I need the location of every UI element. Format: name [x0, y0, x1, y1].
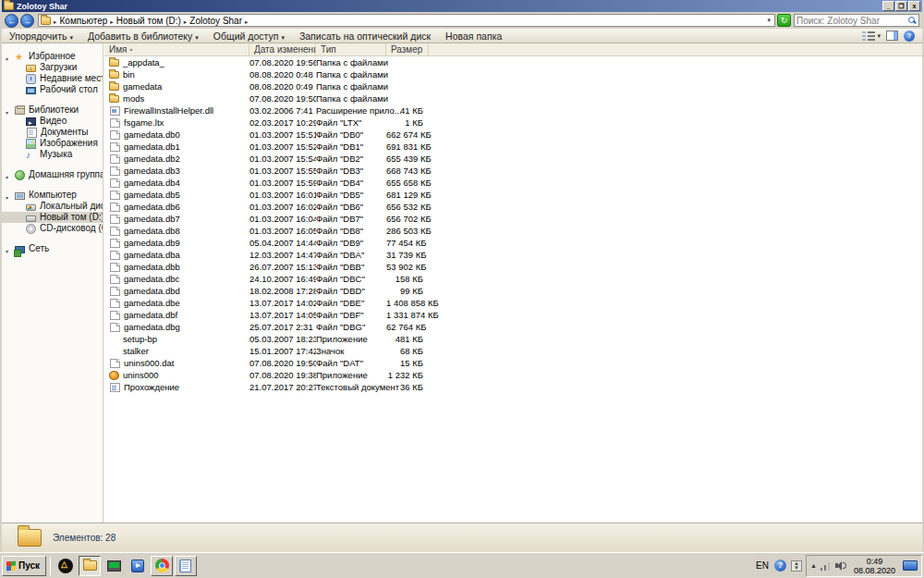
change-view-button[interactable]: ▾	[862, 31, 881, 41]
toolbar-item[interactable]: Упорядочить▾	[9, 31, 73, 42]
aimp-taskbar-button[interactable]	[55, 556, 77, 576]
file-row[interactable]: gamedata.db601.03.2007 16:02Файл "DB6"65…	[104, 201, 922, 213]
file-row[interactable]: stalker15.01.2007 17:42Значок68 КБ	[104, 345, 922, 357]
breadcrumb-arrow-icon[interactable]: ▸	[54, 18, 57, 25]
column-header[interactable]: Дата изменения	[249, 43, 316, 55]
view-dropdown-icon: ▾	[877, 32, 881, 40]
display-tray-icon[interactable]	[903, 560, 918, 571]
breadcrumb-arrow-icon[interactable]: ▸	[245, 18, 249, 25]
file-row[interactable]: gamedata.dbf13.07.2017 14:05Файл "DBF"1 …	[104, 309, 922, 321]
sidebar-item[interactable]: ▾Компьютер	[2, 190, 103, 201]
refresh-button[interactable]: ↻	[777, 14, 791, 27]
sidebar-item[interactable]: Видео	[2, 116, 103, 127]
column-header[interactable]: Размер	[386, 43, 429, 55]
sidebar-item[interactable]: ▾Сеть	[2, 243, 103, 254]
file-row[interactable]: unins00007.08.2020 19:38Приложение1 232 …	[104, 369, 922, 381]
breadcrumb-item[interactable]: Zolotoy Shar	[189, 16, 242, 26]
file-row[interactable]: gamedata08.08.2020 0:49Папка с файлами	[104, 80, 922, 92]
back-button[interactable]: ←	[5, 14, 18, 28]
column-header[interactable]: Имя▴	[104, 43, 249, 55]
notepad-taskbar-button[interactable]	[175, 556, 197, 576]
file-row[interactable]: gamedata.db905.04.2007 14:44Файл "DB9"77…	[104, 237, 922, 249]
file-row[interactable]: unins000.dat07.08.2020 19:50Файл "DAT"15…	[104, 357, 922, 369]
sidebar-item[interactable]: Новый том (D:)	[2, 212, 103, 223]
toolbar-item[interactable]: Добавить в библиотеку▾	[88, 31, 199, 42]
language-bar-options-icon[interactable]: ▲▼	[791, 560, 802, 572]
minimize-button[interactable]: _	[882, 1, 894, 11]
file-row[interactable]: Прохождение21.07.2017 20:27Текстовый док…	[104, 381, 922, 393]
address-bar[interactable]: ▸Компьютер▸Новый том (D:)▸Zolotoy Shar▸ …	[38, 14, 775, 27]
file-type: Файл "DB2"	[316, 153, 386, 165]
volume-icon[interactable]	[835, 560, 846, 571]
file-row[interactable]: gamedata.db701.03.2007 16:04Файл "DB7"65…	[104, 213, 922, 225]
help-tray-icon[interactable]: ?	[774, 560, 786, 572]
file-rows: _appdata_07.08.2020 19:56Папка с файлами…	[104, 56, 922, 393]
notepad-icon	[180, 560, 191, 572]
column-header-filler	[429, 43, 922, 55]
file-date: 05.04.2007 14:44	[249, 237, 316, 249]
chrome-taskbar-button[interactable]	[151, 556, 173, 576]
sidebar-item[interactable]: Недавние места	[2, 73, 103, 84]
breadcrumb-arrow-icon[interactable]: ▸	[110, 18, 114, 25]
file-row[interactable]: gamedata.db001.03.2007 15:51Файл "DB0"66…	[104, 129, 922, 141]
file-row[interactable]: gamedata.dbg25.07.2017 2:31Файл "DBG"62 …	[104, 321, 922, 333]
close-button[interactable]: x	[908, 1, 920, 11]
file-row[interactable]: bin08.08.2020 0:48Папка с файлами	[104, 68, 922, 80]
sidebar-item[interactable]: ▾Избранное	[2, 51, 103, 62]
player-taskbar-button[interactable]	[127, 556, 149, 576]
language-indicator[interactable]: EN	[756, 560, 769, 571]
sidebar-item[interactable]: Загрузки	[2, 62, 103, 73]
file-date: 21.07.2017 20:27	[249, 381, 316, 393]
libraries-icon	[15, 106, 25, 115]
forward-button[interactable]: →	[20, 14, 34, 28]
file-row[interactable]: gamedata.db301.03.2007 15:55Файл "DB3"66…	[104, 165, 922, 177]
clock[interactable]: 0:49 08.08.2020	[850, 557, 899, 575]
restore-button[interactable]: ❐	[895, 1, 907, 11]
file-row[interactable]: gamedata.db201.03.2007 15:54Файл "DB2"65…	[104, 153, 922, 165]
file-row[interactable]: gamedata.dba12.03.2007 14:47Файл "DBA"31…	[104, 249, 922, 261]
sidebar-item[interactable]: ▾Домашняя группа	[2, 169, 103, 180]
breadcrumb-item[interactable]: Компьютер	[60, 16, 108, 26]
address-dropdown-icon[interactable]: ▾	[765, 17, 772, 24]
file-row[interactable]: gamedata.db801.03.2007 16:05Файл "DB8"28…	[104, 225, 922, 237]
help-button[interactable]: ?	[904, 31, 915, 42]
show-hidden-icons-button[interactable]: ▲	[810, 562, 817, 569]
sidebar-item[interactable]: Документы	[2, 127, 103, 138]
toolbar-item[interactable]: Записать на оптический диск	[299, 31, 431, 42]
expander-icon[interactable]: ▾	[6, 246, 8, 257]
toolbar-item[interactable]: Новая папка	[445, 31, 502, 42]
pictures-icon	[26, 139, 36, 149]
sidebar-item[interactable]: Рабочий стол	[2, 84, 103, 95]
expander-icon[interactable]: ▾	[6, 172, 8, 183]
file-size: 1 232 КБ	[386, 369, 429, 381]
computer-icon	[15, 192, 25, 200]
file-row[interactable]: gamedata.dbe13.07.2017 14:02Файл "DBE"1 …	[104, 297, 922, 309]
file-date: 07.08.2020 19:50	[249, 92, 316, 105]
preview-pane-button[interactable]	[886, 31, 898, 41]
toolbar-item[interactable]: Общий доступ▾	[213, 31, 285, 42]
search-input[interactable]: Поиск: Zolotoy Shar	[794, 14, 919, 27]
sidebar-item[interactable]: ▾Библиотеки	[2, 105, 103, 116]
file-row[interactable]: gamedata.dbd18.02.2008 17:28Файл "DBD"99…	[104, 285, 922, 297]
explorer-taskbar-button[interactable]	[79, 556, 101, 576]
start-button[interactable]: Пуск	[2, 556, 46, 576]
file-row[interactable]: FirewallInstallHelper.dll03.02.2006 7:41…	[104, 105, 922, 117]
file-row[interactable]: gamedata.db401.03.2007 15:59Файл "DB4"65…	[104, 177, 922, 189]
sidebar-item[interactable]: CD-дисковод (G:) RA3U_D	[2, 223, 103, 234]
sidebar-item[interactable]: Музыка	[2, 149, 103, 160]
network-signal-icon[interactable]	[821, 561, 832, 571]
column-header[interactable]: Тип	[316, 43, 386, 55]
sidebar-item[interactable]: Локальный диск (C:)	[2, 201, 103, 212]
file-row[interactable]: fsgame.ltx02.03.2017 10:29Файл "LTX"1 КБ	[104, 117, 922, 129]
breadcrumb-item[interactable]: Новый том (D:)	[116, 16, 181, 26]
sidebar-item[interactable]: Изображения	[2, 138, 103, 149]
console-taskbar-button[interactable]	[103, 556, 125, 576]
file-row[interactable]: gamedata.db501.03.2007 16:01Файл "DB5"68…	[104, 189, 922, 201]
file-row[interactable]: _appdata_07.08.2020 19:56Папка с файлами	[104, 56, 922, 68]
file-row[interactable]: gamedata.db101.03.2007 15:52Файл "DB1"69…	[104, 141, 922, 153]
file-row[interactable]: gamedata.dbb26.07.2007 15:13Файл "DBB"53…	[104, 261, 922, 273]
file-row[interactable]: gamedata.dbc24.10.2007 16:49Файл "DBC"15…	[104, 273, 922, 285]
file-row[interactable]: mods07.08.2020 19:50Папка с файлами	[104, 92, 922, 105]
file-row[interactable]: setup-bp05.03.2007 18:23Приложение481 КБ	[104, 333, 922, 345]
breadcrumb-arrow-icon[interactable]: ▸	[184, 18, 188, 25]
